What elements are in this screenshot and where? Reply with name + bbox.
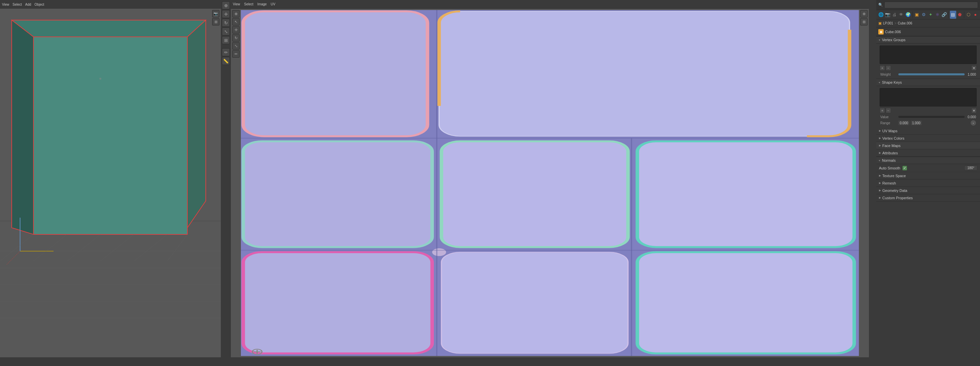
vg-remove-btn[interactable]: − xyxy=(886,65,891,71)
toolbar-btn-measure[interactable]: 📏 xyxy=(222,57,230,65)
sk-value-row: Value 0.000 xyxy=(879,114,977,120)
uv-icon-select[interactable]: ⊕ xyxy=(232,10,240,18)
normals-chevron xyxy=(878,159,881,162)
uv-menu-image[interactable]: Image xyxy=(257,2,267,6)
props-icon-output[interactable]: 🖨 xyxy=(891,11,898,19)
props-icon-world[interactable]: 🌍 xyxy=(905,11,912,19)
uv-menu-view[interactable]: View xyxy=(233,2,240,6)
properties-panel: 🔍 🌐 📷 🖨 👁 🌍 ▣ ⚙ ✦ ⚛ 🔗 ▤ ⬟ ⬡ ● ▣ LP.001 >… xyxy=(876,0,980,366)
sk-list[interactable] xyxy=(880,88,977,107)
viewport-icon-grid[interactable]: ⊞ xyxy=(212,18,220,26)
uv-editor[interactable]: View Select Image UV ⊕ ↖ ✛ ↻ ⤡ ✏ xyxy=(231,0,869,366)
uv-icon-move[interactable]: ✛ xyxy=(232,26,240,34)
section-texture-space[interactable]: ▶ Texture Space xyxy=(876,172,980,179)
vg-content: + − ▼ Weight 1.000 xyxy=(876,43,980,79)
uv-icon-right2[interactable]: ⊞ xyxy=(860,18,867,26)
uv-icon-cursor[interactable]: ↖ xyxy=(232,18,240,26)
svg-line-15 xyxy=(67,234,100,261)
section-attributes[interactable]: ▶ Attributes xyxy=(876,149,980,157)
section-normals[interactable]: Normals xyxy=(876,157,980,164)
section-vertex-groups[interactable]: Vertex Groups xyxy=(876,36,980,43)
svg-point-19 xyxy=(99,78,101,80)
viewport-menu-object[interactable]: Object xyxy=(35,3,44,6)
object-name-label: Cube.006 xyxy=(885,30,901,34)
section-face-maps[interactable]: ▶ Face Maps xyxy=(876,142,980,149)
sk-value-slider[interactable] xyxy=(898,116,965,118)
sk-range-label: Range xyxy=(880,121,897,125)
mid-toolbar: ⊕ ✛ ↻ ⤡ ⊞ ✏ 📏 xyxy=(221,0,231,366)
sk-dot-btn[interactable]: • xyxy=(970,120,976,126)
props-icon-scene[interactable]: 🌐 xyxy=(878,11,884,19)
vg-list[interactable] xyxy=(880,46,977,64)
svg-marker-4 xyxy=(188,20,206,228)
auto-smooth-angle[interactable]: 180° xyxy=(964,165,977,171)
viewport-footer xyxy=(0,357,221,366)
sk-remove-btn[interactable]: − xyxy=(886,108,891,113)
toolbar-btn-move[interactable]: ✛ xyxy=(222,10,230,18)
breadcrumb-part1[interactable]: LP.001 xyxy=(883,21,893,25)
uv-maps-label: UV Maps xyxy=(882,129,897,133)
props-icon-object[interactable]: ▣ xyxy=(914,11,920,19)
uv-right-icons: ⊕ ⊞ xyxy=(860,10,867,26)
section-geometry-data[interactable]: ▶ Geometry Data xyxy=(876,187,980,194)
section-uv-maps[interactable]: ▶ UV Maps xyxy=(876,127,980,134)
uv-icon-right1[interactable]: ⊕ xyxy=(860,10,867,18)
normals-label: Normals xyxy=(882,158,896,162)
uv-icon-annotate[interactable]: ✏ xyxy=(232,50,240,58)
toolbar-btn-rotate[interactable]: ↻ xyxy=(222,19,230,27)
props-icon-extra1[interactable]: ⬡ xyxy=(965,11,972,19)
props-scroll[interactable]: Vertex Groups + − ▼ Weight 1.000 S xyxy=(876,36,980,366)
sk-range-max[interactable]: 1.000 xyxy=(911,121,922,125)
props-icon-render[interactable]: 📷 xyxy=(884,11,891,19)
svg-line-18 xyxy=(167,234,188,261)
viewport-menu-view[interactable]: View xyxy=(2,3,10,6)
sk-range-min[interactable]: 0.000 xyxy=(898,121,909,125)
uv-menu-uv[interactable]: UV xyxy=(271,2,275,6)
section-vertex-colors[interactable]: ▶ Vertex Colors xyxy=(876,134,980,142)
fm-chevron: ▶ xyxy=(879,144,881,147)
svg-line-14 xyxy=(33,234,67,261)
toolbar-btn-cursor[interactable]: ⊕ xyxy=(222,2,230,10)
toolbar-btn-scale[interactable]: ⤡ xyxy=(222,27,230,35)
props-icon-modifiers[interactable]: ⚙ xyxy=(920,11,927,19)
props-icon-view[interactable]: 👁 xyxy=(898,11,904,19)
vg-special-btn[interactable]: ▼ xyxy=(971,65,977,71)
props-icon-physics[interactable]: ⚛ xyxy=(934,11,940,19)
viewport-menu-add[interactable]: Add xyxy=(25,3,31,6)
svg-rect-25 xyxy=(441,141,628,247)
sk-chevron xyxy=(878,81,881,84)
svg-rect-30 xyxy=(637,252,854,353)
vg-weight-row: Weight 1.000 xyxy=(879,71,977,77)
vg-weight-slider[interactable] xyxy=(898,74,965,75)
props-icon-particles[interactable]: ✦ xyxy=(928,11,934,19)
auto-smooth-checkbox[interactable]: ✓ xyxy=(902,166,907,171)
viewport-right-icons: 📷 ⊞ xyxy=(212,10,220,26)
vg-add-btn[interactable]: + xyxy=(880,65,885,71)
sk-add-btn[interactable]: + xyxy=(880,108,885,113)
vg-chevron xyxy=(878,38,881,42)
cp-label: Custom Properties xyxy=(882,196,913,200)
normals-content: Auto Smooth ✓ 180° xyxy=(876,164,980,172)
uv-icon-rotate[interactable]: ↻ xyxy=(232,34,240,42)
section-shape-keys[interactable]: Shape Keys xyxy=(876,79,980,86)
viewport-menu-select[interactable]: Select xyxy=(13,3,22,6)
viewport-3d[interactable]: View Select Add Object xyxy=(0,0,221,366)
props-icon-extra2[interactable]: ● xyxy=(972,11,978,19)
uv-left-icons: ⊕ ↖ ✛ ↻ ⤡ ✏ xyxy=(232,10,240,58)
uv-menu-select[interactable]: Select xyxy=(244,2,254,6)
viewport-icon-camera[interactable]: 📷 xyxy=(212,10,220,18)
section-remesh[interactable]: ▶ Remesh xyxy=(876,179,980,187)
props-icon-material[interactable]: ⬟ xyxy=(956,11,963,19)
uv-header: View Select Image UV xyxy=(231,0,869,9)
props-icon-data[interactable]: ▤ xyxy=(950,11,956,19)
section-custom-properties[interactable]: ▶ Custom Properties xyxy=(876,194,980,201)
toolbar-btn-transform[interactable]: ⊞ xyxy=(222,36,230,44)
gd-chevron: ▶ xyxy=(879,189,881,192)
toolbar-btn-annotate[interactable]: ✏ xyxy=(222,48,230,56)
props-search-input[interactable] xyxy=(884,2,978,8)
sk-special-btn[interactable]: ▼ xyxy=(971,108,977,113)
props-icon-constraints[interactable]: 🔗 xyxy=(941,11,947,19)
uv-icon-scale[interactable]: ⤡ xyxy=(232,42,240,50)
sk-value-num: 0.000 xyxy=(966,115,976,119)
breadcrumb-part2[interactable]: Cube.006 xyxy=(898,21,912,25)
